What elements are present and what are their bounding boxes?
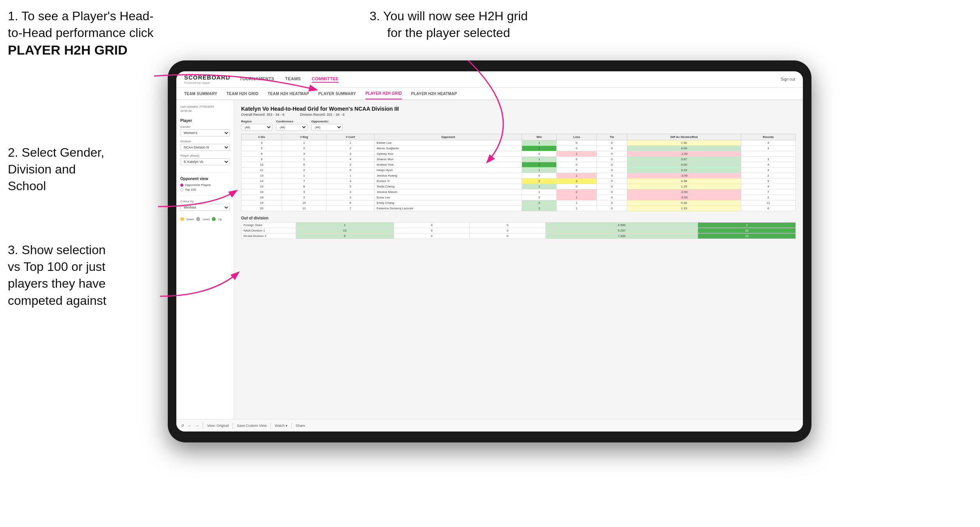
instruction-bold: PLAYER H2H GRID [8, 42, 128, 57]
filter-conference: Conference (All) [276, 120, 307, 131]
cell-opponent: Eunice Yi [375, 179, 522, 184]
cell-win: 2 [522, 206, 557, 211]
colour-level [196, 217, 200, 221]
ood-cell-win: 5 [296, 233, 394, 239]
col-div: # Div [241, 134, 282, 140]
radio-opponents-played[interactable]: Opponents Played [180, 183, 230, 187]
cell-diff: -1.00 [627, 151, 741, 157]
table-row: 20 11 7 Federica Domecq Lacroze 2 1 0 1.… [241, 206, 796, 211]
filter-opponent-label: Opponents: [311, 120, 343, 123]
player-rank-select[interactable]: 8. Katelyn Vo [180, 158, 230, 165]
cell-reg: 2 [282, 195, 326, 200]
cell-opponent: Stella Cheng [375, 184, 522, 189]
ood-cell-tie: 0 [470, 233, 546, 239]
cell-conf: 2 [326, 195, 375, 200]
cell-opponent: Esther Lee [375, 140, 522, 146]
toolbar-watch[interactable]: Watch ▾ [275, 424, 288, 428]
instruction-bl-line4: competed against [8, 294, 107, 308]
filter-conference-select[interactable]: (All) [276, 124, 307, 131]
main-nav: TOURNAMENTS TEAMS COMMITTEE [240, 76, 781, 83]
toolbar-share[interactable]: Share [296, 424, 305, 428]
ood-cell-label: Foreign Team [241, 223, 296, 228]
cell-conf: 2 [326, 146, 375, 151]
cell-opponent: Heejo Hyun [375, 168, 522, 173]
table-row: 19 10 6 Emily Chang 4 1 0 0.30 11 [241, 200, 796, 206]
toolbar-undo[interactable]: ↺ [181, 424, 184, 428]
filter-region-label: Region [241, 120, 272, 123]
ood-table-row: NCAA Division 2 5 0 0 7.400 10 [241, 233, 796, 239]
instruction-top-left: 1. To see a Player's Head- to-Head perfo… [8, 8, 156, 59]
logo-text: SCOREBOARD [184, 74, 230, 81]
main-content: Last Updated: 27/03/2024 16:55:38 Player… [176, 100, 803, 432]
instruction-tr-line1: 3. You will now see H2H grid [369, 9, 528, 23]
cell-loss: 1 [557, 200, 597, 206]
cell-rounds: 6 [741, 206, 795, 211]
last-updated-label: Last Updated: 27/03/2024 [180, 105, 214, 108]
col-diff: Diff Av Strokes/Rnd [627, 134, 741, 140]
sub-nav-player-h2h-heatmap[interactable]: PLAYER H2H HEATMAP [411, 88, 457, 99]
toolbar-view-original[interactable]: View: Original [207, 424, 229, 428]
gender-select[interactable]: Women's [180, 129, 230, 136]
nav-tournaments[interactable]: TOURNAMENTS [240, 76, 274, 83]
cell-tie: 0 [597, 173, 627, 179]
cell-loss: 1 [557, 206, 597, 211]
radio-top100[interactable]: Top 100 [180, 188, 230, 191]
filter-region-select[interactable]: (All) [241, 124, 272, 131]
data-panel: Katelyn Vo Head-to-Head Grid for Women's… [234, 100, 803, 432]
cell-div: 3 [241, 140, 282, 146]
ood-cell-rounds: 2 [698, 223, 796, 228]
division-select[interactable]: NCAA Division III [180, 144, 230, 151]
cell-tie: 0 [597, 195, 627, 200]
cell-div: 19 [241, 200, 282, 206]
cell-rounds: 2 [741, 195, 795, 200]
filter-opponent-select[interactable]: (All) [311, 124, 343, 131]
cell-conf: 1 [326, 140, 375, 146]
cell-opponent: Jessica Huang [375, 173, 522, 179]
colour-by-label: Colour by [180, 200, 230, 203]
nav-teams[interactable]: TEAMS [285, 76, 301, 83]
cell-diff: 0.38 [627, 179, 741, 184]
sub-nav-team-h2h-heatmap[interactable]: TEAM H2H HEATMAP [268, 88, 309, 99]
cell-conf: 4 [326, 189, 375, 195]
nav-committee[interactable]: COMMITTEE [312, 76, 339, 83]
ood-cell-tie: 0 [470, 223, 546, 228]
cell-win: 1 [522, 168, 557, 173]
ood-cell-win: 15 [296, 228, 394, 233]
division-record: Division Record: 331 - 34 - 6 [300, 113, 344, 117]
cell-loss: 2 [557, 179, 597, 184]
cell-tie: 0 [597, 151, 627, 157]
cell-loss: 1 [557, 173, 597, 179]
cell-div: 11 [241, 168, 282, 173]
sub-nav: TEAM SUMMARY TEAM H2H GRID TEAM H2H HEAT… [176, 88, 803, 100]
cell-div: 13 [241, 173, 282, 179]
toolbar-back[interactable]: ← [188, 424, 192, 428]
cell-loss: 0 [557, 168, 597, 173]
cell-reg: 1 [282, 173, 326, 179]
col-loss: Loss [557, 134, 597, 140]
cell-conf: 4 [326, 179, 375, 184]
cell-div: 5 [241, 146, 282, 151]
instruction-bl-line1: 3. Show selection [8, 243, 106, 257]
record-row: Overall Record: 353 - 34 - 6 Division Re… [241, 113, 796, 117]
ood-cell-label: NAIA Division 1 [241, 228, 296, 233]
ood-table-row: Foreign Team 1 0 0 4.500 2 [241, 223, 796, 228]
filter-row: Region (All) Conference (All) Opponents: [241, 120, 796, 131]
table-row: 14 7 4 Eunice Yi 2 2 0 0.38 9 [241, 179, 796, 184]
sub-nav-player-summary[interactable]: PLAYER SUMMARY [318, 88, 356, 99]
colour-by-select[interactable]: Win/loss [180, 204, 230, 211]
colour-up [212, 217, 216, 221]
toolbar-forward[interactable]: → [195, 424, 199, 428]
toolbar-divider-1 [203, 423, 203, 429]
toolbar-save-custom[interactable]: Save Custom View [237, 424, 266, 428]
cell-opponent: Alexis Sudjianto [375, 146, 522, 151]
sub-nav-team-summary[interactable]: TEAM SUMMARY [184, 88, 217, 99]
sub-nav-player-h2h-grid[interactable]: PLAYER H2H GRID [366, 88, 402, 99]
col-win: Win [522, 134, 557, 140]
filter-conference-label: Conference [276, 120, 307, 123]
cell-win: 4 [522, 200, 557, 206]
cell-reg: 10 [282, 200, 326, 206]
colour-down [180, 217, 184, 221]
sign-out-link[interactable]: Sign out [781, 77, 795, 81]
sub-nav-team-h2h-grid[interactable]: TEAM H2H GRID [227, 88, 259, 99]
division-record-label: Division Record: [300, 113, 326, 117]
